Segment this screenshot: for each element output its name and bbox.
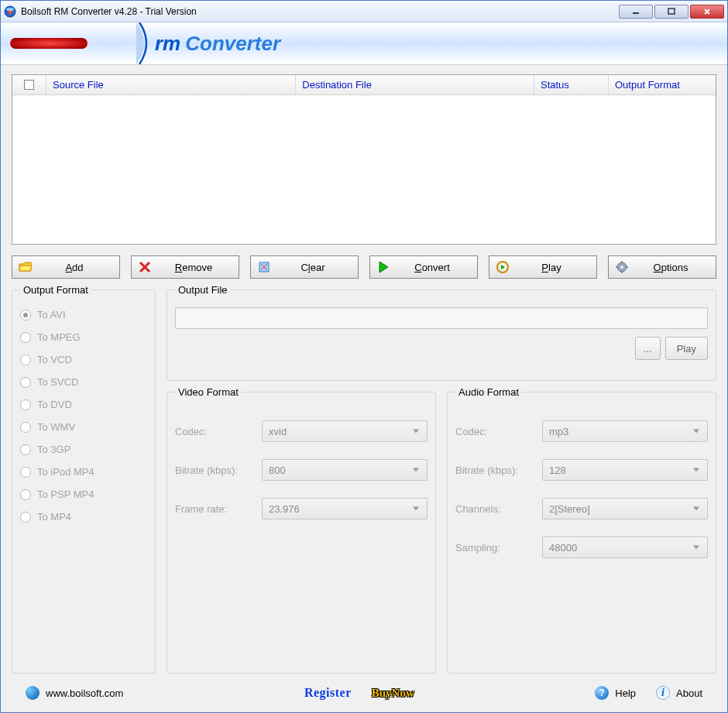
close-button[interactable] xyxy=(690,5,724,19)
output-file-group: Output File ... Play xyxy=(167,290,716,381)
audio-sampling-label: Sampling: xyxy=(455,542,542,554)
titlebar: Boilsoft RM Converter v4.28 - Trial Vers… xyxy=(1,1,727,22)
radio-to-mp4[interactable]: To MP4 xyxy=(20,511,147,523)
minimize-button[interactable] xyxy=(619,5,653,19)
radio-icon xyxy=(20,489,31,500)
audio-codec-combo[interactable]: mp3 xyxy=(542,420,708,442)
maximize-button[interactable] xyxy=(654,5,689,19)
info-icon: i xyxy=(656,686,670,700)
help-icon: ? xyxy=(595,686,609,700)
convert-label: Convert xyxy=(393,262,471,273)
options-label: Options xyxy=(632,262,709,273)
svg-rect-2 xyxy=(633,12,639,14)
video-bitrate-label: Bitrate (kbps): xyxy=(175,464,262,476)
radio-icon xyxy=(20,332,31,343)
video-codec-label: Codec: xyxy=(175,426,262,437)
audio-format-title: Audio Format xyxy=(455,386,522,398)
col-source[interactable]: Source File xyxy=(46,75,296,94)
radio-to-avi[interactable]: To AVI xyxy=(20,309,147,321)
radio-icon xyxy=(20,512,31,523)
svg-point-1 xyxy=(6,8,14,11)
x-icon xyxy=(138,260,152,274)
video-bitrate-combo[interactable]: 800 xyxy=(262,459,428,481)
banner: rmConverter xyxy=(1,22,727,65)
banner-title: rmConverter xyxy=(155,32,280,56)
app-window: Boilsoft RM Converter v4.28 - Trial Vers… xyxy=(0,0,728,713)
browse-button[interactable]: ... xyxy=(635,337,661,360)
select-all-checkbox[interactable] xyxy=(24,80,34,90)
window-title: Boilsoft RM Converter v4.28 - Trial Vers… xyxy=(21,6,619,17)
remove-button[interactable]: Remove xyxy=(131,255,239,279)
window-controls xyxy=(619,5,724,19)
output-format-title: Output Format xyxy=(20,284,91,296)
video-codec-combo[interactable]: xvid xyxy=(262,420,428,442)
audio-channels-combo[interactable]: 2[Stereo] xyxy=(542,498,708,519)
output-play-button[interactable]: Play xyxy=(665,337,708,360)
radio-to-svcd[interactable]: To SVCD xyxy=(20,376,147,388)
format-radio-list: To AVI To MPEG To VCD To SVCD To DVD To … xyxy=(20,309,147,523)
radio-to-psp-mp4[interactable]: To PSP MP4 xyxy=(20,488,147,500)
play-button[interactable]: Play xyxy=(489,255,597,279)
output-format-group: Output Format To AVI To MPEG To VCD To S… xyxy=(12,290,156,674)
options-button[interactable]: Options xyxy=(608,255,716,279)
audio-bitrate-combo[interactable]: 128 xyxy=(542,459,708,481)
remove-label: Remove xyxy=(155,262,232,273)
radio-to-vcd[interactable]: To VCD xyxy=(20,354,147,365)
register-link[interactable]: Register xyxy=(304,686,352,700)
col-destination[interactable]: Destination File xyxy=(296,75,534,94)
file-list[interactable]: Source File Destination File Status Outp… xyxy=(12,74,716,245)
svg-rect-3 xyxy=(668,9,675,14)
radio-icon xyxy=(20,444,31,455)
col-status[interactable]: Status xyxy=(534,75,609,94)
buynow-link[interactable]: BuyNow xyxy=(372,687,414,700)
play-media-icon xyxy=(496,260,510,274)
radio-icon xyxy=(20,399,31,410)
radio-icon xyxy=(20,355,31,365)
clear-button[interactable]: Clear xyxy=(250,255,359,279)
col-checkbox[interactable] xyxy=(12,75,46,94)
output-file-field[interactable] xyxy=(175,307,708,329)
about-link[interactable]: i About xyxy=(656,686,702,700)
website-link[interactable]: www.boilsoft.com xyxy=(26,686,123,700)
audio-sampling-combo[interactable]: 48000 xyxy=(542,536,708,558)
clear-icon xyxy=(257,260,271,274)
radio-to-3gp[interactable]: To 3GP xyxy=(20,444,147,455)
radio-to-dvd[interactable]: To DVD xyxy=(20,399,147,410)
radio-icon xyxy=(20,422,31,433)
add-label: Add xyxy=(36,262,113,273)
radio-icon xyxy=(20,467,31,478)
folder-icon xyxy=(19,260,33,274)
radio-to-ipod-mp4[interactable]: To iPod MP4 xyxy=(20,466,147,478)
video-framerate-combo[interactable]: 23.976 xyxy=(262,498,428,519)
output-file-title: Output File xyxy=(175,284,231,296)
play-label: Play xyxy=(513,262,590,273)
play-green-icon xyxy=(376,260,390,274)
video-format-group: Video Format Codec: xvid Bitrate (kbps):… xyxy=(167,392,436,674)
footer: www.boilsoft.com Register BuyNow ? Help … xyxy=(12,674,716,712)
video-format-title: Video Format xyxy=(175,386,242,398)
audio-bitrate-label: Bitrate (kbps): xyxy=(455,464,542,476)
add-button[interactable]: Add xyxy=(12,255,120,279)
audio-channels-label: Channels: xyxy=(455,503,542,515)
convert-button[interactable]: Convert xyxy=(369,255,478,279)
app-icon xyxy=(4,5,16,18)
radio-icon xyxy=(20,377,31,388)
radio-to-mpeg[interactable]: To MPEG xyxy=(20,331,147,343)
radio-to-wmv[interactable]: To WMV xyxy=(20,421,147,433)
banner-decoration xyxy=(1,22,140,64)
toolbar: Add Remove Clear Convert Play Options xyxy=(12,255,716,279)
help-link[interactable]: ? Help xyxy=(595,686,636,700)
video-framerate-label: Frame rate: xyxy=(175,503,262,515)
clear-label: Clear xyxy=(274,262,352,273)
svg-point-7 xyxy=(620,266,623,269)
list-header: Source File Destination File Status Outp… xyxy=(12,75,716,95)
gear-icon xyxy=(615,260,629,274)
col-output-format[interactable]: Output Format xyxy=(609,75,716,94)
list-body[interactable] xyxy=(12,95,716,244)
radio-icon xyxy=(20,310,31,321)
audio-codec-label: Codec: xyxy=(455,426,542,437)
globe-icon xyxy=(26,686,39,700)
audio-format-group: Audio Format Codec: mp3 Bitrate (kbps): … xyxy=(447,392,716,674)
